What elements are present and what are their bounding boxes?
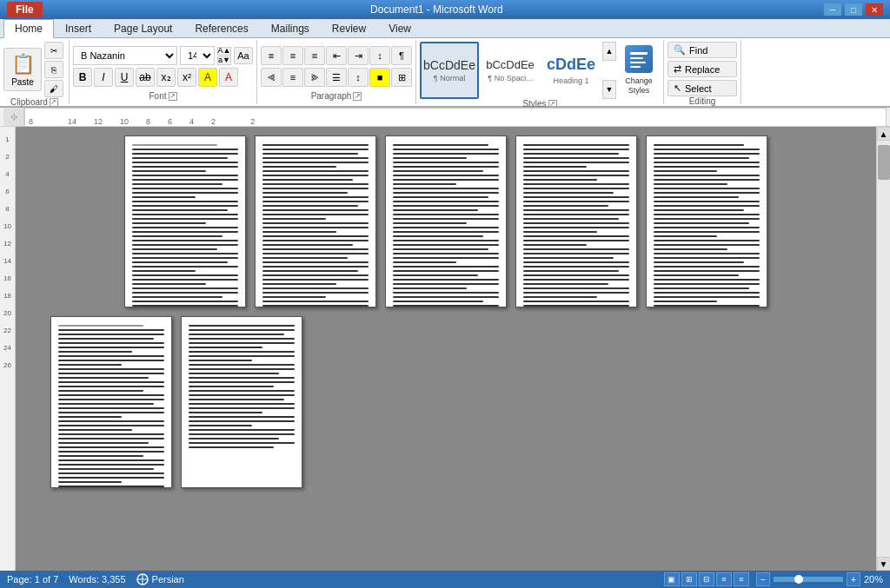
page-7-content — [189, 324, 295, 449]
tab-pagelayout[interactable]: Page Layout — [103, 19, 183, 37]
close-button[interactable]: ✕ — [866, 3, 883, 16]
word-count: Words: 3,355 — [69, 574, 125, 585]
clipboard-section: 📋 Paste ✂ ⎘ 🖌 Clipboard ↗ — [0, 40, 70, 104]
font-name-select[interactable]: B Nazanin — [73, 46, 177, 65]
scroll-down-button[interactable]: ▼ — [877, 557, 891, 571]
file-tab[interactable]: File — [7, 2, 43, 17]
zoom-in-button[interactable]: + — [847, 572, 860, 586]
change-styles-button[interactable]: ChangeStyles — [618, 42, 660, 99]
select-button[interactable]: ↖ Select — [668, 80, 737, 96]
tab-insert[interactable]: Insert — [54, 19, 103, 37]
page-7[interactable] — [181, 316, 302, 488]
text-highlight-button[interactable]: A — [198, 68, 217, 87]
web-layout-button[interactable]: ⊟ — [699, 572, 714, 586]
styles-scroll-up[interactable]: ▲ — [602, 42, 616, 61]
cut-button[interactable]: ✂ — [44, 42, 63, 59]
shading-button[interactable]: ■ — [369, 68, 390, 87]
italic-button[interactable]: I — [94, 68, 113, 87]
tab-view[interactable]: View — [377, 19, 422, 37]
shrink-font-button[interactable]: a▼ — [217, 56, 231, 65]
minimize-button[interactable]: ─ — [824, 3, 841, 16]
increase-indent-button[interactable]: ⇥ — [348, 46, 369, 65]
underline-button[interactable]: U — [115, 68, 134, 87]
bullets-button[interactable]: ≡ — [261, 46, 282, 65]
tab-references[interactable]: References — [183, 19, 259, 37]
strikethrough-button[interactable]: ab — [136, 68, 155, 87]
show-marks-button[interactable]: ¶ — [391, 46, 412, 65]
page-2[interactable] — [255, 135, 376, 307]
font-color-button[interactable]: A — [219, 68, 238, 87]
zoom-out-button[interactable]: − — [756, 572, 770, 586]
align-left-button[interactable]: ⫷ — [261, 68, 282, 87]
draft-button[interactable]: ≡ — [734, 572, 749, 586]
subscript-button[interactable]: x₂ — [156, 68, 176, 87]
format-painter-button[interactable]: 🖌 — [44, 80, 63, 97]
find-icon: 🔍 — [674, 44, 686, 56]
justify-button[interactable]: ☰ — [326, 68, 347, 87]
font-size-buttons: A▲ a▼ — [217, 47, 231, 65]
style-nospace-label: ¶ No Spaci... — [488, 74, 532, 83]
ruler-corner[interactable]: ⊹ — [3, 108, 24, 127]
style-normal-preview: bCcDdEe — [423, 58, 475, 73]
styles-expand[interactable]: ↗ — [548, 100, 557, 109]
paste-button[interactable]: 📋 Paste — [3, 48, 42, 91]
clear-formatting-button[interactable]: Aa — [234, 47, 253, 64]
editing-section: 🔍 Find ⇄ Replace ↖ Select Editing — [664, 40, 741, 104]
clipboard-expand[interactable]: ↗ — [50, 98, 58, 107]
main-area: 1 2 4 6 8 10 12 14 16 18 20 22 24 26 — [0, 127, 890, 571]
paragraph-section: ≡ ≡ ≡ ⇤ ⇥ ↕ ¶ ⫷ ≡ ⫸ ☰ ↕ ■ ⊞ — [257, 40, 416, 104]
bold-button[interactable]: B — [73, 68, 92, 87]
page-3[interactable] — [385, 135, 507, 307]
maximize-button[interactable]: □ — [845, 3, 862, 16]
multilevel-button[interactable]: ≡ — [304, 46, 325, 65]
scroll-thumb[interactable] — [878, 145, 890, 180]
scroll-track[interactable] — [877, 141, 891, 557]
tab-review[interactable]: Review — [321, 19, 377, 37]
font-expand[interactable]: ↗ — [169, 92, 177, 101]
superscript-button[interactable]: x² — [177, 68, 196, 87]
page-4-content — [523, 143, 629, 307]
outline-button[interactable]: ≡ — [716, 572, 732, 586]
find-button[interactable]: 🔍 Find — [668, 42, 737, 58]
copy-button[interactable]: ⎘ — [44, 61, 63, 78]
vertical-ruler: 1 2 4 6 8 10 12 14 16 18 20 22 24 26 — [0, 127, 16, 571]
ruler-marks: 8 14 12 10 8 6 4 2 2 — [25, 109, 886, 126]
page-2-content — [262, 143, 369, 307]
line-spacing-button[interactable]: ↕ — [348, 68, 369, 87]
clipboard-small-buttons: ✂ ⎘ 🖌 — [44, 42, 63, 97]
align-right-button[interactable]: ⫸ — [304, 68, 325, 87]
tab-home[interactable]: Home — [3, 19, 54, 38]
scroll-up-button[interactable]: ▲ — [877, 127, 891, 141]
style-normal-button[interactable]: bCcDdEe ¶ Normal — [420, 42, 479, 99]
zoom-slider[interactable] — [774, 577, 843, 582]
sort-button[interactable]: ↕ — [369, 46, 390, 65]
page-1[interactable] — [124, 135, 246, 307]
page-4[interactable] — [515, 135, 637, 307]
style-heading1-preview: cDdEe — [547, 56, 595, 75]
full-reading-button[interactable]: ⊞ — [681, 572, 697, 586]
tab-mailings[interactable]: Mailings — [260, 19, 321, 37]
paragraph-expand[interactable]: ↗ — [353, 92, 362, 101]
paragraph-bottom-row: ⫷ ≡ ⫸ ☰ ↕ ■ ⊞ — [261, 68, 412, 87]
replace-button[interactable]: ⇄ Replace — [668, 61, 737, 77]
page-3-content — [393, 143, 499, 307]
select-icon: ↖ — [674, 83, 681, 94]
decrease-indent-button[interactable]: ⇤ — [326, 46, 347, 65]
grow-font-button[interactable]: A▲ — [217, 47, 231, 56]
style-nospace-button[interactable]: bCcDdEe ¶ No Spaci... — [481, 42, 540, 99]
print-layout-button[interactable]: ▣ — [664, 572, 680, 586]
document-area[interactable] — [16, 127, 876, 571]
style-nospace-preview: bCcDdEe — [486, 58, 535, 72]
font-size-select[interactable]: 14 — [180, 46, 215, 65]
language-status[interactable]: Persian — [136, 573, 184, 585]
align-center-button[interactable]: ≡ — [282, 68, 303, 87]
style-heading1-button[interactable]: cDdEe Heading 1 — [541, 42, 601, 99]
window-title: Document1 - Microsoft Word — [50, 3, 824, 16]
styles-scroll-down[interactable]: ▼ — [602, 80, 616, 99]
zoom-thumb[interactable] — [794, 575, 803, 584]
borders-button[interactable]: ⊞ — [391, 68, 412, 87]
page-6[interactable] — [50, 316, 172, 488]
page-5[interactable] — [646, 135, 767, 307]
paragraph-top: ≡ ≡ ≡ ⇤ ⇥ ↕ ¶ ⫷ ≡ ⫸ ☰ ↕ ■ ⊞ — [261, 42, 412, 91]
numbering-button[interactable]: ≡ — [282, 46, 303, 65]
